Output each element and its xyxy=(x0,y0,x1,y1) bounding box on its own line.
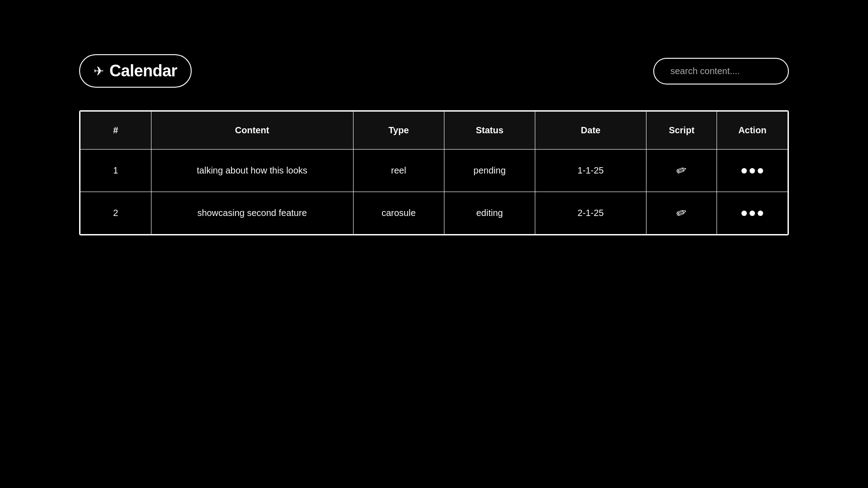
col-header-content: Content xyxy=(151,112,353,150)
dot xyxy=(750,168,755,174)
cell-date-1: 1-1-25 xyxy=(535,150,646,192)
dot xyxy=(741,211,747,216)
dot xyxy=(741,168,747,174)
send-icon: ✈ xyxy=(94,64,104,79)
col-header-script: Script xyxy=(646,112,717,150)
dot xyxy=(750,211,755,216)
cell-status-2: editing xyxy=(444,192,535,235)
cell-num-2: 2 xyxy=(80,192,151,235)
col-header-action: Action xyxy=(717,112,788,150)
content-table-wrapper: # Content Type Status Date Script Action… xyxy=(79,110,789,235)
dot xyxy=(758,168,763,174)
search-input[interactable] xyxy=(653,58,789,84)
cell-type-2: carosule xyxy=(353,192,444,235)
cell-content-2: showcasing second feature xyxy=(151,192,353,235)
dot xyxy=(758,211,763,216)
edit-icon[interactable]: ✏ xyxy=(674,162,689,179)
table-row: 2 showcasing second feature carosule edi… xyxy=(80,192,788,235)
cell-num-1: 1 xyxy=(80,150,151,192)
col-header-type: Type xyxy=(353,112,444,150)
logo-badge: ✈ Calendar xyxy=(79,54,192,88)
col-header-num: # xyxy=(80,112,151,150)
cell-script-1[interactable]: ✏ xyxy=(646,150,717,192)
header: ✈ Calendar xyxy=(79,54,789,88)
edit-icon[interactable]: ✏ xyxy=(674,204,689,222)
cell-action-1[interactable] xyxy=(717,150,788,192)
cell-date-2: 2-1-25 xyxy=(535,192,646,235)
content-table: # Content Type Status Date Script Action… xyxy=(80,111,788,235)
col-header-status: Status xyxy=(444,112,535,150)
cell-script-2[interactable]: ✏ xyxy=(646,192,717,235)
logo-text: Calendar xyxy=(109,61,177,80)
col-header-date: Date xyxy=(535,112,646,150)
more-options-button[interactable] xyxy=(726,211,778,216)
table-row: 1 talking about how this looks reel pend… xyxy=(80,150,788,192)
cell-type-1: reel xyxy=(353,150,444,192)
page-container: ✈ Calendar # Content Type Status Date Sc… xyxy=(0,0,868,488)
table-header-row: # Content Type Status Date Script Action xyxy=(80,112,788,150)
cell-action-2[interactable] xyxy=(717,192,788,235)
cell-content-1: talking about how this looks xyxy=(151,150,353,192)
more-options-button[interactable] xyxy=(726,168,778,174)
cell-status-1: pending xyxy=(444,150,535,192)
